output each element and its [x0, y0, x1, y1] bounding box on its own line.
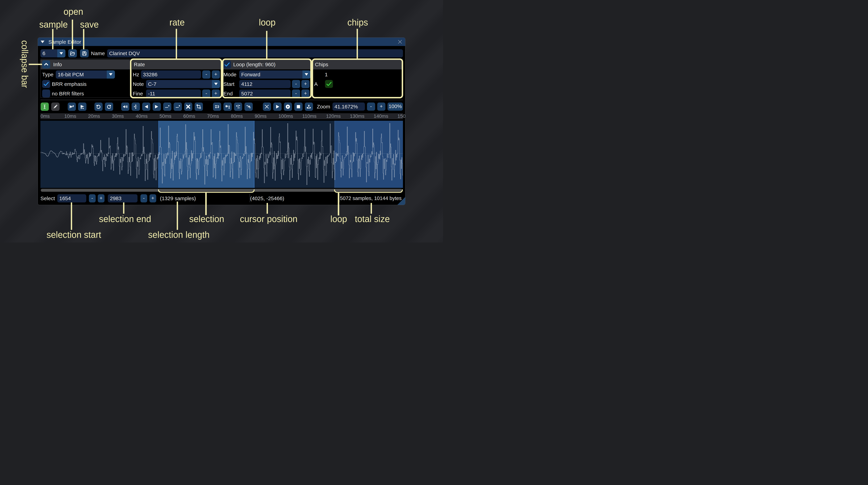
annotation-selection-length: selection length [148, 230, 210, 240]
delete-button[interactable] [184, 102, 192, 111]
total-size-text: 5072 samples, 10144 bytes [340, 194, 402, 202]
apply-silence-button[interactable] [174, 102, 182, 111]
zoom-plus-button[interactable]: + [377, 102, 385, 111]
info-collapse-button[interactable] [42, 60, 50, 68]
selection-end-minus-button[interactable]: - [141, 194, 147, 202]
mode-combo[interactable]: Forward [239, 70, 311, 78]
import-button[interactable] [305, 102, 313, 111]
scrollbar-handle[interactable] [41, 189, 402, 192]
no-brr-filters-checkbox[interactable] [42, 90, 50, 97]
zoom-input[interactable]: 41.1672% [333, 102, 365, 111]
close-icon[interactable] [398, 40, 402, 44]
annotation-selection-end: selection end [99, 214, 151, 224]
stop-preview-button[interactable] [294, 102, 303, 111]
trim-button[interactable] [195, 102, 203, 111]
fine-input[interactable]: -11 [146, 90, 201, 98]
ruler-tick: 110ms [302, 113, 316, 119]
selection-start-plus-button[interactable]: + [98, 194, 104, 202]
start-plus-button[interactable]: + [301, 80, 310, 88]
undo-button[interactable] [94, 102, 103, 111]
end-minus-button[interactable]: - [292, 90, 300, 98]
selection-start-input[interactable]: 1654 [57, 194, 86, 202]
window-collapse-icon[interactable] [41, 41, 44, 43]
annotation-total-size: total size [355, 214, 390, 224]
redo-icon [106, 104, 112, 109]
hz-plus-button[interactable]: + [212, 70, 220, 78]
zoom-reset-button[interactable]: 100% [388, 102, 403, 111]
end-plus-button[interactable]: + [301, 90, 310, 98]
fine-minus-button[interactable]: - [202, 90, 210, 98]
invert-icon [225, 104, 230, 109]
selection-start-minus-button[interactable]: - [89, 194, 96, 202]
signed-unsigned-button[interactable] [234, 102, 242, 111]
annotation-open: open [64, 7, 83, 17]
save-button[interactable] [80, 49, 89, 57]
annotation-chips: chips [347, 18, 368, 28]
type-combo-arrow-icon[interactable] [107, 70, 115, 78]
resize-button[interactable] [68, 102, 76, 111]
hz-input[interactable]: 33286 [141, 70, 201, 78]
chips-row-label: A [314, 80, 318, 88]
loop-checkbox[interactable] [223, 61, 231, 68]
name-input[interactable]: Clarinet DQV [107, 49, 403, 57]
select-label: Select [40, 194, 55, 202]
chip-a-checkbox[interactable] [325, 80, 333, 88]
reverse-button[interactable] [213, 102, 221, 111]
brr-emphasis-checkbox[interactable] [42, 80, 50, 88]
insert-silence-icon [164, 104, 170, 109]
crossfade-button[interactable] [263, 102, 271, 111]
note-combo-value: C-7 [146, 80, 220, 88]
ruler-tick: 150ms [397, 113, 405, 119]
ruler-tick: 50ms [159, 113, 172, 119]
edit-mode-icon [42, 104, 47, 109]
annotation-loop-top: loop [259, 18, 276, 28]
window-titlebar[interactable]: Sample Editor [38, 38, 405, 46]
waveform-display[interactable] [40, 121, 403, 188]
type-combo-value: 16-bit PCM [56, 70, 115, 78]
ruler-tick: 0ms [40, 113, 50, 119]
invert-button[interactable] [223, 102, 232, 111]
note-combo-arrow-icon[interactable] [212, 80, 220, 88]
note-combo[interactable]: C-7 [146, 80, 220, 88]
sample-editor-window: Sample Editor 6 Name Clarinet DQV Rate C… [38, 37, 405, 205]
redo-button[interactable] [105, 102, 113, 111]
ruler-tick: 140ms [374, 113, 388, 119]
preview-button[interactable] [273, 102, 282, 111]
ruler-tick: 10ms [64, 113, 76, 119]
resample-button[interactable] [78, 102, 87, 111]
annotation-rate: rate [169, 18, 185, 28]
preview-loop-button[interactable] [284, 102, 292, 111]
mode-combo-arrow-icon[interactable] [302, 70, 311, 78]
waveform-scrollbar[interactable] [40, 189, 403, 192]
sample-selector[interactable]: 6 [40, 49, 65, 57]
chips-panel-header: Chips [313, 60, 403, 69]
selection-end-plus-button[interactable]: + [150, 194, 156, 202]
fade-out-button[interactable] [153, 102, 161, 111]
edit-mode-button[interactable] [41, 102, 49, 111]
hz-label: Hz [133, 70, 139, 78]
type-label: Type [42, 70, 54, 78]
hz-minus-button[interactable]: - [202, 70, 210, 78]
fade-in-button[interactable] [142, 102, 151, 111]
selection-length-text: (1329 samples) [160, 194, 196, 202]
amplify-icon [123, 104, 128, 109]
reverse-icon [214, 104, 220, 109]
selection-end-input[interactable]: 2983 [108, 194, 137, 202]
start-minus-button[interactable]: - [292, 80, 300, 88]
start-input[interactable]: 4112 [239, 80, 291, 88]
end-input[interactable]: 5072 [239, 90, 291, 98]
chips-column-header: 1 [325, 70, 328, 78]
normalize-button[interactable] [132, 102, 140, 111]
sample-selector-arrow-icon[interactable] [57, 49, 65, 57]
fine-plus-button[interactable]: + [212, 90, 220, 98]
open-button[interactable] [68, 49, 77, 57]
filter-button[interactable] [244, 102, 253, 111]
draw-mode-button[interactable] [51, 102, 60, 111]
amplify-button[interactable] [121, 102, 129, 111]
insert-silence-button[interactable] [163, 102, 172, 111]
type-combo[interactable]: 16-bit PCM [56, 70, 115, 78]
waveform-loop-region[interactable] [335, 121, 403, 188]
zoom-minus-button[interactable]: - [367, 102, 375, 111]
annotation-save: save [80, 20, 99, 30]
timeline-ruler[interactable]: 0ms10ms20ms30ms40ms50ms60ms70ms80ms90ms1… [40, 113, 405, 119]
